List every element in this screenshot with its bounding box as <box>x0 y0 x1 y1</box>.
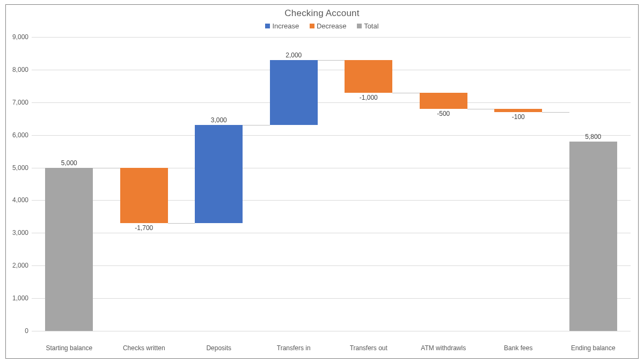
bar-decrease[interactable] <box>494 109 542 112</box>
bar-slot: 2,000 <box>257 37 332 331</box>
x-category-label: Starting balance <box>32 344 107 352</box>
legend-label-increase: Increase <box>272 22 299 30</box>
legend-swatch-decrease <box>310 24 314 28</box>
y-tick-label: 7,000 <box>12 99 28 106</box>
bar-slot: -100 <box>481 37 556 331</box>
x-category-label: Ending balance <box>556 344 631 352</box>
bar-total[interactable] <box>45 168 93 331</box>
plot-wrap: 01,0002,0003,0004,0005,0006,0007,0008,00… <box>32 37 631 341</box>
data-label: 2,000 <box>257 51 332 59</box>
y-tick-label: 5,000 <box>12 164 28 172</box>
bars-row: 5,000-1,7003,0002,000-1,000-500-1005,800 <box>32 37 631 331</box>
bar-slot: -1,700 <box>107 37 182 331</box>
chart-title: Checking Account <box>6 5 638 19</box>
data-label: -1,000 <box>331 94 406 101</box>
connector-line <box>392 93 419 93</box>
y-tick-label: 1,000 <box>12 294 28 302</box>
legend-item-increase[interactable]: Increase <box>265 22 299 30</box>
chart-legend: Increase Decrease Total <box>6 19 638 30</box>
legend-swatch-increase <box>265 24 270 28</box>
x-category-label: Checks written <box>107 344 182 352</box>
y-tick-label: 6,000 <box>12 131 28 139</box>
y-tick-label: 2,000 <box>12 262 28 269</box>
data-label: 5,800 <box>556 133 631 141</box>
chart-frame: Checking Account Increase Decrease Total… <box>0 0 644 362</box>
legend-label-decrease: Decrease <box>317 22 347 30</box>
x-category-label: ATM withdrawls <box>406 344 481 352</box>
bar-decrease[interactable] <box>120 168 168 224</box>
y-tick-label: 4,000 <box>12 196 28 204</box>
x-axis-categories: Starting balanceChecks writtenDepositsTr… <box>32 344 631 352</box>
bar-total[interactable] <box>569 142 617 331</box>
chart-area[interactable]: Checking Account Increase Decrease Total… <box>5 4 639 359</box>
bar-decrease[interactable] <box>345 60 392 93</box>
bar-slot: 3,000 <box>181 37 257 331</box>
y-tick-label: 9,000 <box>12 33 28 41</box>
connector-line <box>93 168 120 168</box>
connector-line <box>318 60 345 61</box>
bar-increase[interactable] <box>195 125 243 223</box>
data-label: -500 <box>406 110 481 117</box>
x-category-label: Bank fees <box>481 344 556 352</box>
connector-line <box>168 223 195 224</box>
bar-slot: 5,000 <box>32 37 107 331</box>
y-tick-label: 8,000 <box>12 66 28 73</box>
data-label: -100 <box>481 113 556 121</box>
x-category-label: Transfers out <box>331 344 406 352</box>
y-tick-label: 0 <box>25 327 28 335</box>
connector-line <box>467 109 494 109</box>
legend-item-total[interactable]: Total <box>357 22 378 30</box>
bar-slot: -500 <box>406 37 481 331</box>
data-label: -1,700 <box>107 224 182 232</box>
plot-area[interactable]: 01,0002,0003,0004,0005,0006,0007,0008,00… <box>32 37 631 331</box>
connector-line <box>243 125 269 125</box>
x-category-label: Transfers in <box>257 344 332 352</box>
bar-decrease[interactable] <box>420 93 467 109</box>
bar-increase[interactable] <box>270 60 318 125</box>
legend-item-decrease[interactable]: Decrease <box>310 22 347 30</box>
y-tick-label: 3,000 <box>12 229 28 237</box>
connector-line <box>542 112 569 113</box>
legend-swatch-total <box>357 24 362 28</box>
bar-slot: 5,800 <box>556 37 631 331</box>
gridline <box>32 331 631 331</box>
bar-slot: -1,000 <box>331 37 406 331</box>
data-label: 5,000 <box>32 159 107 167</box>
x-category-label: Deposits <box>181 344 257 352</box>
data-label: 3,000 <box>181 116 257 124</box>
legend-label-total: Total <box>364 22 378 30</box>
